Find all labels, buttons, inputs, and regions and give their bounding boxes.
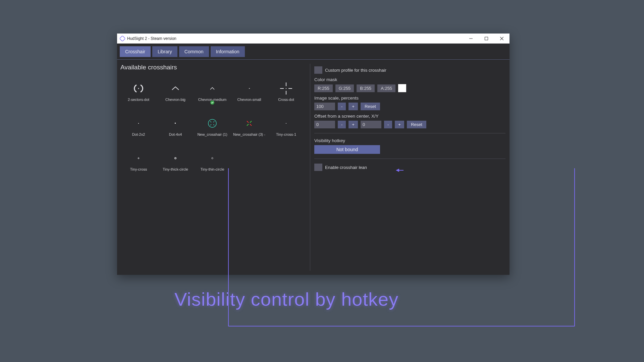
svg-point-28 — [212, 157, 213, 159]
crosshair-grid: 2-sectors-dot Chevron-big — [120, 77, 307, 180]
callout-caption: Visibility control by hotkey — [174, 288, 398, 310]
svg-point-27 — [175, 157, 176, 159]
tab-information[interactable]: Information — [211, 46, 245, 57]
offset-label: Offset from a screen center, X/Y — [314, 114, 505, 119]
crosshair-item[interactable]: Dot-2x2 — [120, 112, 157, 145]
titlebar: HudSight 2 - Steam version — [117, 34, 509, 44]
crosshair-item[interactable]: Tiny-cross — [120, 147, 157, 180]
svg-rect-14 — [175, 123, 176, 124]
svg-line-23 — [250, 124, 252, 126]
svg-rect-2 — [485, 37, 488, 40]
color-g[interactable]: G:255 — [335, 84, 354, 92]
offset-y[interactable]: 0 — [361, 121, 381, 128]
tab-crosshair[interactable]: Crosshair — [120, 46, 151, 57]
crosshair-preview-icon — [125, 114, 152, 132]
svg-point-5 — [138, 88, 139, 89]
separator — [314, 133, 505, 133]
svg-line-21 — [250, 121, 252, 123]
crosshair-preview-icon — [273, 114, 300, 132]
crosshair-preview-icon — [273, 79, 300, 98]
crosshair-label: New_crosshair (1) — [197, 132, 227, 136]
right-panel: Custom profile for this crosshair Color … — [310, 60, 509, 275]
minimize-button[interactable] — [463, 34, 479, 44]
crosshair-item[interactable]: New_crosshair (1) — [194, 112, 230, 145]
color-swatch[interactable] — [398, 84, 406, 92]
svg-line-20 — [247, 121, 249, 123]
color-a[interactable]: A:255 — [377, 84, 395, 92]
selected-check-icon — [210, 100, 215, 106]
crosshair-preview-icon — [125, 79, 152, 98]
crosshair-preview-icon — [125, 149, 152, 167]
crosshair-label: Tiny-cross — [130, 167, 147, 171]
crosshair-label: Tiny-thin-circle — [200, 167, 224, 171]
svg-point-12 — [286, 88, 286, 88]
svg-line-19 — [213, 124, 214, 125]
crosshair-preview-icon — [199, 79, 226, 98]
crosshair-label: Dot-2x2 — [132, 132, 145, 136]
crosshair-preview-icon — [162, 114, 189, 132]
crosshair-item[interactable]: New_crosshair (3) - — [231, 112, 267, 145]
svg-line-22 — [247, 124, 249, 126]
crosshair-label: Dot-4x4 — [169, 132, 182, 136]
separator — [314, 159, 505, 159]
crosshair-label: Chevron-small — [237, 98, 261, 102]
app-icon — [120, 36, 125, 41]
offset-x-plus-button[interactable]: + — [348, 121, 358, 128]
scale-label: Image scale, percents — [314, 96, 505, 101]
custom-profile-label: Custom profile for this crosshair — [325, 68, 386, 73]
window-title: HudSight 2 - Steam version — [127, 36, 176, 41]
svg-line-16 — [210, 121, 211, 122]
crosshair-item[interactable]: Cross-dot — [268, 77, 304, 110]
tab-common[interactable]: Common — [179, 46, 209, 57]
crosshair-label: Chevron-big — [165, 98, 185, 102]
available-heading: Available crosshairs — [120, 64, 307, 71]
tabbar: Crosshair Library Common Information — [117, 44, 509, 60]
color-mask-label: Color mask — [314, 77, 505, 82]
close-button[interactable] — [494, 34, 509, 44]
svg-rect-0 — [120, 36, 125, 41]
lean-label: Enable crosshair lean — [325, 165, 367, 170]
svg-rect-13 — [138, 123, 139, 124]
tab-library[interactable]: Library — [152, 46, 177, 57]
offset-x-minus-button[interactable]: - — [338, 121, 346, 128]
scale-minus-button[interactable]: - — [338, 103, 346, 110]
crosshair-label: 2-sectors-dot — [128, 98, 149, 102]
crosshair-item[interactable]: Chevron-big — [157, 77, 194, 110]
svg-point-15 — [208, 119, 216, 127]
left-panel: Available crosshairs 2-sectors-dot — [117, 60, 310, 275]
offset-y-minus-button[interactable]: - — [384, 121, 392, 128]
crosshair-item[interactable]: Chevron-medium — [194, 77, 230, 110]
offset-y-plus-button[interactable]: + — [395, 121, 404, 128]
crosshair-preview-icon — [236, 114, 263, 132]
color-r[interactable]: R:255 — [314, 84, 333, 92]
svg-rect-7 — [249, 88, 250, 89]
crosshair-item[interactable]: Tiny-cross-1 — [268, 112, 304, 145]
crosshair-preview-icon — [162, 79, 189, 98]
visibility-hotkey-label: Visibility hotkey — [314, 138, 505, 143]
color-b[interactable]: B:255 — [357, 84, 375, 92]
maximize-button[interactable] — [479, 34, 494, 44]
custom-profile-checkbox[interactable] — [314, 66, 322, 74]
content: Available crosshairs 2-sectors-dot — [117, 60, 509, 275]
offset-reset-button[interactable]: Reset — [407, 121, 426, 128]
offset-x[interactable]: 0 — [314, 121, 335, 128]
app-window: HudSight 2 - Steam version Crosshair Lib… — [117, 34, 509, 275]
visibility-hotkey-button[interactable]: Not bound — [314, 145, 380, 154]
crosshair-preview-icon — [236, 79, 263, 98]
svg-point-24 — [286, 123, 286, 124]
crosshair-label: Tiny-thick-circle — [163, 167, 188, 171]
crosshair-item[interactable]: Chevron-small — [231, 77, 267, 110]
scale-value[interactable]: 100 — [314, 103, 335, 110]
crosshair-label: Cross-dot — [278, 98, 294, 102]
scale-plus-button[interactable]: + — [348, 103, 358, 110]
crosshair-item[interactable]: 2-sectors-dot — [120, 77, 157, 110]
scale-reset-button[interactable]: Reset — [361, 103, 380, 110]
lean-checkbox[interactable] — [314, 164, 322, 171]
crosshair-label: Tiny-cross-1 — [276, 132, 296, 136]
crosshair-item[interactable]: Dot-4x4 — [157, 112, 194, 145]
crosshair-item[interactable]: Tiny-thin-circle — [194, 147, 230, 180]
crosshair-preview-icon — [162, 149, 189, 167]
crosshair-preview-icon — [199, 149, 226, 167]
svg-line-18 — [210, 124, 211, 125]
crosshair-item[interactable]: Tiny-thick-circle — [157, 147, 194, 180]
